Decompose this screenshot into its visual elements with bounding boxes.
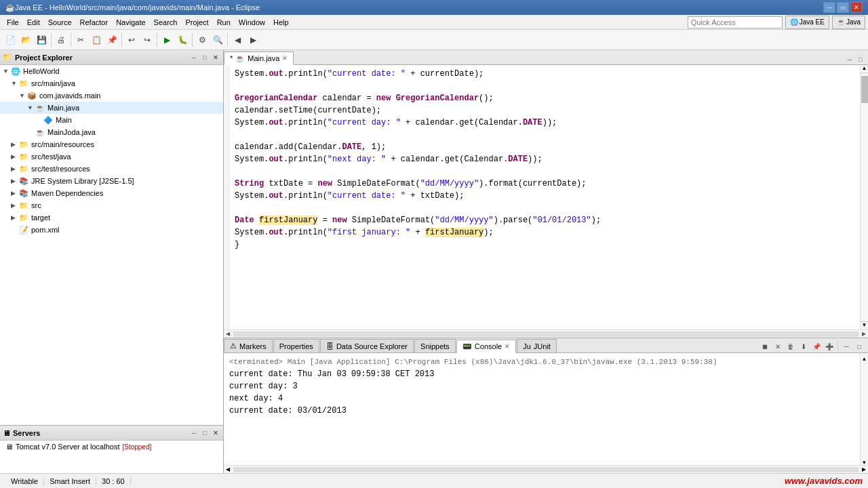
open-btn[interactable]: 📂 bbox=[18, 33, 33, 47]
run-btn[interactable]: ▶ bbox=[159, 33, 174, 47]
menu-source[interactable]: Source bbox=[44, 17, 76, 28]
scroll-down-btn[interactable]: ▼ bbox=[861, 321, 869, 329]
datasource-icon: 🗄 bbox=[326, 342, 334, 350]
tomcat-server[interactable]: 🖥 Tomcat v7.0 Server at localhost [Stopp… bbox=[0, 441, 223, 453]
java-ee-perspective[interactable]: 🌐 Java EE bbox=[785, 16, 829, 29]
tree-package[interactable]: ▼ 📦 com.javavids.main bbox=[0, 89, 223, 102]
console-vscrollbar[interactable]: ▲ ▼ bbox=[860, 353, 868, 465]
editor-content[interactable]: System.out.println("current date: " + cu… bbox=[224, 65, 868, 329]
code-area[interactable]: System.out.println("current date: " + cu… bbox=[229, 65, 860, 329]
tree-src-main-res[interactable]: ▶ 📁 src/main/resources bbox=[0, 138, 223, 150]
ch-left[interactable]: ◀ bbox=[224, 466, 232, 472]
new-btn[interactable]: 📄 bbox=[3, 33, 18, 47]
tree-pom[interactable]: 📝 pom.xml bbox=[0, 224, 223, 236]
tree-jre[interactable]: ▶ 📚 JRE System Library [J2SE-1.5] bbox=[0, 175, 223, 187]
tree-mainjoda[interactable]: ☕ MainJoda.java bbox=[0, 126, 223, 138]
menu-edit[interactable]: Edit bbox=[23, 17, 44, 28]
tree-src-test-res[interactable]: ▶ 📁 src/test/resources bbox=[0, 163, 223, 175]
console-close-btn[interactable]: ✕ bbox=[505, 343, 510, 350]
code-line-5: System.out.println("current day: " + cal… bbox=[235, 117, 854, 129]
tree-main-java[interactable]: ▼ ☕ Main.java bbox=[0, 102, 223, 114]
server-name: Tomcat v7.0 Server at localhost bbox=[16, 443, 119, 451]
editor-vscrollbar[interactable]: ▲ ▼ bbox=[860, 65, 868, 329]
redo-btn[interactable]: ↪ bbox=[140, 33, 155, 47]
scroll-thumb[interactable] bbox=[861, 76, 868, 103]
minimize-btn[interactable]: ─ bbox=[823, 2, 835, 13]
console-minimize-btn[interactable]: ─ bbox=[840, 340, 852, 352]
console-new-btn[interactable]: ➕ bbox=[823, 340, 835, 352]
copy-btn[interactable]: 📋 bbox=[89, 33, 104, 47]
menu-run[interactable]: Run bbox=[213, 17, 235, 28]
next-btn[interactable]: ▶ bbox=[245, 33, 260, 47]
console-maximize-btn[interactable]: □ bbox=[853, 340, 865, 352]
menu-file[interactable]: File bbox=[3, 17, 23, 28]
h-scroll-left[interactable]: ◀ bbox=[224, 330, 232, 338]
menu-search[interactable]: Search bbox=[150, 17, 182, 28]
close-panel-btn[interactable]: ✕ bbox=[211, 53, 220, 62]
tree-src[interactable]: ▶ 📁 src bbox=[0, 199, 223, 211]
icon-main: ☕ bbox=[35, 104, 46, 113]
save-btn[interactable]: 💾 bbox=[34, 33, 49, 47]
maximize-panel-btn[interactable]: □ bbox=[200, 53, 210, 62]
con-scroll-down[interactable]: ▼ bbox=[861, 457, 869, 465]
main-java-tab[interactable]: * ☕ Main.java ✕ bbox=[224, 52, 294, 65]
debug-btn[interactable]: 🐛 bbox=[175, 33, 190, 47]
tab-modified-indicator: * bbox=[230, 54, 233, 62]
undo-btn[interactable]: ↩ bbox=[124, 33, 139, 47]
tab-properties[interactable]: Properties bbox=[273, 339, 319, 352]
maximize-editor-btn[interactable]: □ bbox=[856, 55, 865, 64]
console-pin-btn[interactable]: 📌 bbox=[810, 340, 823, 352]
tab-java-icon: ☕ bbox=[235, 54, 245, 63]
tree-target[interactable]: ▶ 📁 target bbox=[0, 211, 223, 224]
window-title: Java EE - HelloWorld/src/main/java/com/j… bbox=[15, 3, 260, 12]
minimize-panel-btn[interactable]: ─ bbox=[189, 53, 199, 62]
server-btn[interactable]: ⚙ bbox=[195, 33, 210, 47]
console-content[interactable]: <terminated> Main [Java Application] C:\… bbox=[224, 353, 868, 465]
servers-maximize[interactable]: □ bbox=[200, 428, 210, 438]
menu-refactor[interactable]: Refactor bbox=[76, 17, 113, 28]
restore-btn[interactable]: ▭ bbox=[837, 2, 849, 13]
tab-console[interactable]: 📟 Console ✕ bbox=[456, 340, 516, 353]
quick-access-input[interactable] bbox=[688, 16, 783, 28]
menu-help[interactable]: Help bbox=[269, 17, 293, 28]
servers-close[interactable]: ✕ bbox=[211, 428, 220, 438]
scroll-up-btn[interactable]: ▲ bbox=[861, 65, 869, 73]
servers-header: 🖥 Servers ─ □ ✕ bbox=[0, 426, 223, 441]
ch-right[interactable]: ▶ bbox=[860, 466, 868, 472]
minimize-editor-btn[interactable]: ─ bbox=[845, 55, 854, 64]
prev-btn[interactable]: ◀ bbox=[230, 33, 245, 47]
java-perspective[interactable]: ☕ Java bbox=[832, 16, 865, 29]
con-scroll-up[interactable]: ▲ bbox=[861, 353, 869, 361]
h-scroll-right[interactable]: ▶ bbox=[860, 330, 868, 338]
tab-close-btn[interactable]: ✕ bbox=[282, 55, 288, 62]
tree-main-class[interactable]: 🔷 Main bbox=[0, 114, 223, 126]
menu-navigate[interactable]: Navigate bbox=[112, 17, 149, 28]
console-close2-btn[interactable]: ✕ bbox=[772, 340, 784, 352]
tree-maven[interactable]: ▶ 📚 Maven Dependencies bbox=[0, 187, 223, 199]
editor-tabs: * ☕ Main.java ✕ ─ □ bbox=[224, 50, 868, 65]
menu-project[interactable]: Project bbox=[181, 17, 212, 28]
console-terminate-btn[interactable]: ⏹ bbox=[759, 340, 771, 352]
ch-track[interactable] bbox=[233, 467, 859, 472]
menu-bar: File Edit Source Refactor Navigate Searc… bbox=[0, 15, 868, 30]
tree-helloworld[interactable]: ▼ 🌐 HelloWorld bbox=[0, 65, 223, 77]
markers-label: Markers bbox=[239, 342, 267, 350]
servers-minimize[interactable]: ─ bbox=[189, 428, 199, 438]
h-scrollbar: ◀ ▶ bbox=[224, 329, 868, 338]
close-btn[interactable]: ✕ bbox=[850, 2, 863, 13]
tree-src-main-java[interactable]: ▼ 📁 src/main/java bbox=[0, 77, 223, 89]
paste-btn[interactable]: 📌 bbox=[104, 33, 119, 47]
tab-snippets[interactable]: Snippets bbox=[414, 339, 456, 352]
tab-junit[interactable]: Ju JUnit bbox=[517, 339, 557, 352]
tree-src-test-java[interactable]: ▶ 📁 src/test/java bbox=[0, 150, 223, 163]
h-scroll-track[interactable] bbox=[233, 331, 859, 337]
console-clear-btn[interactable]: 🗑 bbox=[785, 340, 797, 352]
search-toolbar-btn[interactable]: 🔍 bbox=[210, 33, 225, 47]
tab-markers[interactable]: ⚠ Markers bbox=[224, 339, 273, 352]
tab-datasource[interactable]: 🗄 Data Source Explorer bbox=[320, 339, 414, 352]
console-scroll-btn[interactable]: ⬇ bbox=[797, 340, 810, 352]
menu-window[interactable]: Window bbox=[235, 17, 269, 28]
console-line-1: current date: Thu Jan 03 09:59:38 CET 20… bbox=[229, 368, 863, 380]
print-btn[interactable]: 🖨 bbox=[54, 33, 68, 47]
cut-btn[interactable]: ✂ bbox=[73, 33, 88, 47]
